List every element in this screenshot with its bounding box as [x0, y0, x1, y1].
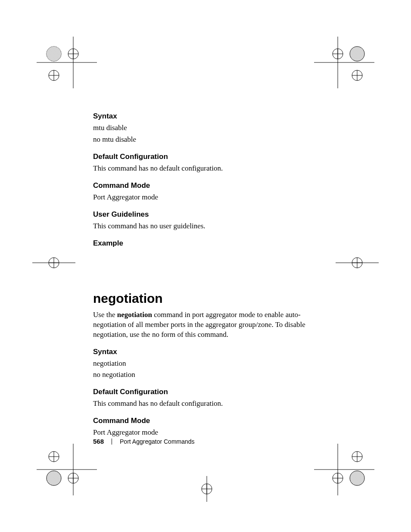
svg-point-14 — [350, 47, 364, 61]
svg-point-19 — [352, 70, 362, 81]
crop-mark-icon — [32, 250, 75, 276]
crop-mark-icon — [336, 250, 379, 276]
chapter-name: Port Aggregator Commands — [120, 438, 195, 445]
svg-point-2 — [47, 47, 61, 61]
syntax-line: mtu disable — [93, 123, 317, 133]
syntax-heading: Syntax — [93, 112, 317, 121]
svg-point-39 — [49, 451, 59, 462]
default-config-text-2: This command has no default configuratio… — [93, 399, 317, 409]
user-guidelines-heading: User Guidelines — [93, 210, 317, 219]
intro-bold: negotiation — [117, 311, 152, 319]
footer-divider-icon — [112, 439, 112, 445]
svg-point-48 — [333, 473, 343, 483]
page-footer: 568 Port Aggregator Commands — [93, 438, 195, 445]
default-config-text: This command has no default configuratio… — [93, 164, 317, 174]
syntax-heading-2: Syntax — [93, 348, 317, 356]
svg-point-29 — [352, 258, 362, 268]
default-config-heading: Default Configuration — [93, 152, 317, 161]
syntax-line: no mtu disable — [93, 135, 317, 145]
page-number: 568 — [93, 438, 104, 445]
svg-point-4 — [68, 49, 78, 59]
svg-point-35 — [47, 471, 61, 485]
svg-point-51 — [352, 451, 362, 462]
syntax-line: negotiation — [93, 359, 317, 369]
svg-point-16 — [333, 49, 343, 59]
crop-mark-icon — [185, 476, 228, 502]
crop-mark-icon — [37, 444, 97, 495]
svg-point-47 — [350, 471, 364, 485]
command-mode-heading-2: Command Mode — [93, 417, 317, 425]
command-mode-heading: Command Mode — [93, 181, 317, 190]
crop-mark-icon — [37, 37, 97, 88]
syntax-line: no negotiation — [93, 370, 317, 380]
svg-point-57 — [202, 484, 212, 494]
svg-point-34 — [47, 471, 61, 485]
command-mode-text-2: Port Aggregator mode — [93, 428, 317, 438]
svg-point-7 — [49, 70, 59, 81]
command-intro: Use the negotiation command in port aggr… — [93, 310, 317, 340]
example-heading: Example — [93, 239, 317, 248]
intro-pre: Use the — [93, 311, 117, 319]
svg-point-3 — [47, 47, 61, 61]
svg-point-46 — [350, 471, 364, 485]
page-content: Syntax mtu disable no mtu disable Defaul… — [93, 112, 317, 439]
page-container: Syntax mtu disable no mtu disable Defaul… — [0, 0, 411, 532]
command-mode-text: Port Aggregator mode — [93, 193, 317, 202]
svg-point-15 — [350, 47, 364, 61]
default-config-heading-2: Default Configuration — [93, 388, 317, 396]
crop-mark-icon — [314, 444, 374, 495]
user-guidelines-text: This command has no user guidelines. — [93, 221, 317, 231]
crop-mark-icon — [314, 37, 374, 88]
command-title: negotiation — [93, 291, 317, 306]
svg-point-25 — [49, 258, 59, 268]
svg-point-36 — [68, 473, 78, 483]
